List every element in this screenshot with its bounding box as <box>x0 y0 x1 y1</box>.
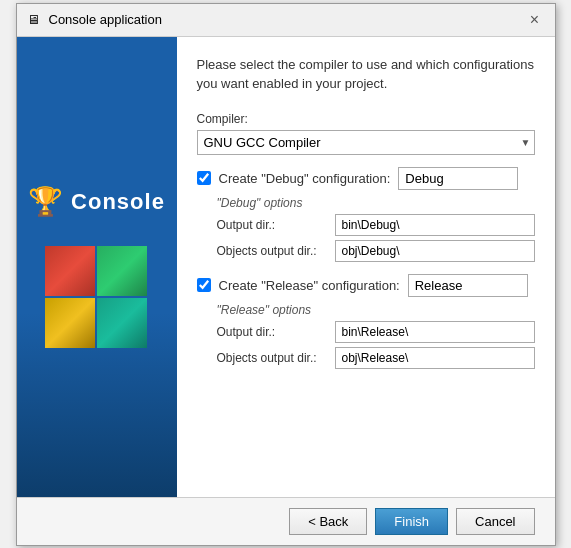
release-output-dir-input[interactable] <box>335 321 535 343</box>
debug-config-header: Create "Debug" configuration: <box>197 167 535 190</box>
release-output-dir-row: Output dir.: <box>217 321 535 343</box>
finish-button[interactable]: Finish <box>375 508 448 535</box>
debug-objects-dir-row: Objects output dir.: <box>217 240 535 262</box>
app-icon: 🖥 <box>27 12 43 28</box>
cancel-button[interactable]: Cancel <box>456 508 534 535</box>
release-objects-dir-label: Objects output dir.: <box>217 351 327 365</box>
cube-red <box>45 246 95 296</box>
release-name-input[interactable] <box>408 274 528 297</box>
title-bar-left: 🖥 Console application <box>27 12 162 28</box>
cube-yellow <box>45 298 95 348</box>
dialog-body: 🏆 Console Please select the compiler to … <box>17 37 555 497</box>
close-button[interactable]: × <box>525 10 545 30</box>
compiler-select[interactable]: GNU GCC Compiler <box>197 130 535 155</box>
logo-icon: 🏆 <box>28 185 63 218</box>
logo-icon-row: 🏆 Console <box>28 185 165 218</box>
debug-output-dir-input[interactable] <box>335 214 535 236</box>
left-panel: 🏆 Console <box>17 37 177 497</box>
back-button[interactable]: < Back <box>289 508 367 535</box>
release-output-dir-label: Output dir.: <box>217 325 327 339</box>
dialog: 🖥 Console application × 🏆 Console <box>16 3 556 546</box>
cube-teal <box>97 298 147 348</box>
cube-green <box>97 246 147 296</box>
debug-options-group: "Debug" options Output dir.: Objects out… <box>217 196 535 262</box>
release-options-title: "Release" options <box>217 303 535 317</box>
debug-output-dir-label: Output dir.: <box>217 218 327 232</box>
release-options-group: "Release" options Output dir.: Objects o… <box>217 303 535 369</box>
release-checkbox[interactable] <box>197 278 211 292</box>
compiler-field-group: Compiler: GNU GCC Compiler ▼ <box>197 112 535 155</box>
debug-checkbox[interactable] <box>197 171 211 185</box>
release-config-header: Create "Release" configuration: <box>197 274 535 297</box>
debug-objects-dir-label: Objects output dir.: <box>217 244 327 258</box>
debug-objects-dir-input[interactable] <box>335 240 535 262</box>
release-objects-dir-input[interactable] <box>335 347 535 369</box>
console-logo: 🏆 Console <box>28 185 165 348</box>
title-bar: 🖥 Console application × <box>17 4 555 37</box>
release-config-section: Create "Release" configuration: "Release… <box>197 274 535 369</box>
compiler-select-wrapper: GNU GCC Compiler ▼ <box>197 130 535 155</box>
debug-options-title: "Debug" options <box>217 196 535 210</box>
release-header-label: Create "Release" configuration: <box>219 278 400 293</box>
right-panel: Please select the compiler to use and wh… <box>177 37 555 497</box>
debug-header-label: Create "Debug" configuration: <box>219 171 391 186</box>
release-objects-dir-row: Objects output dir.: <box>217 347 535 369</box>
debug-name-input[interactable] <box>398 167 518 190</box>
compiler-label: Compiler: <box>197 112 535 126</box>
cubes-grid <box>45 246 147 348</box>
debug-output-dir-row: Output dir.: <box>217 214 535 236</box>
footer: < Back Finish Cancel <box>17 497 555 545</box>
intro-text: Please select the compiler to use and wh… <box>197 55 535 94</box>
debug-config-section: Create "Debug" configuration: "Debug" op… <box>197 167 535 262</box>
console-label: Console <box>71 189 165 215</box>
dialog-title: Console application <box>49 12 162 27</box>
